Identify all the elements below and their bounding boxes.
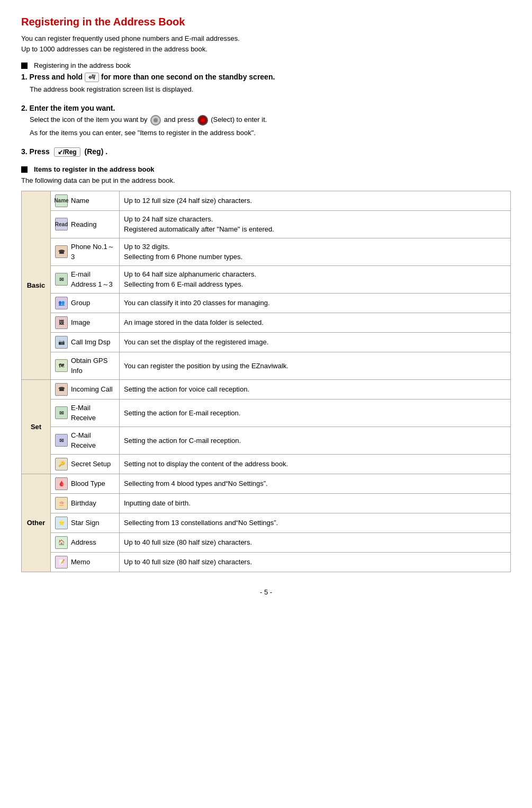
table-row: ☎Phone No.1～3Up to 32 digits.Sellecting … bbox=[22, 238, 511, 265]
item-desc: Up to 40 full size (80 half size) charac… bbox=[120, 532, 511, 552]
group-icon: 👥 bbox=[55, 297, 68, 309]
category-set: Set bbox=[22, 379, 51, 474]
callimg-icon: 📷 bbox=[55, 336, 68, 349]
item-name: Blood Type bbox=[71, 478, 105, 489]
table-row: 🔑Secret SetupSetting not to display the … bbox=[22, 454, 511, 474]
image-icon: 🖼 bbox=[55, 316, 68, 329]
section1-header: Registering in the address book bbox=[21, 61, 511, 69]
item-name: Incoming Call bbox=[71, 384, 113, 395]
blood-icon: 🩸 bbox=[55, 477, 68, 490]
item-icon-cell: 📷Call Img Dsp bbox=[51, 332, 120, 352]
table-row: 🏠AddressUp to 40 full size (80 half size… bbox=[22, 532, 511, 552]
item-name: Call Img Dsp bbox=[71, 337, 110, 348]
section1-bullet bbox=[21, 63, 28, 69]
item-icon-cell: ReadReading bbox=[51, 210, 120, 238]
item-desc: Sellecting from 4 blood types and“No Set… bbox=[120, 474, 511, 493]
nav-icon bbox=[150, 115, 161, 126]
intro-text: You can register frequently used phone n… bbox=[21, 33, 511, 54]
page-title: Registering in the Address Book bbox=[21, 16, 511, 28]
step-2: 2. Enter the item you want. Select the i… bbox=[21, 104, 511, 139]
select-icon bbox=[197, 115, 208, 126]
item-name: Memo bbox=[71, 557, 90, 567]
item-desc: You can classify it into 20 classes for … bbox=[120, 293, 511, 313]
address-book-table: BasicNameNameUp to 12 full size (24 half… bbox=[21, 191, 511, 572]
gps-icon: 🗺 bbox=[55, 359, 68, 372]
step-3: 3. Press ↙/Reg (Reg) . bbox=[21, 147, 511, 157]
section2-bullet bbox=[21, 166, 28, 173]
item-icon-cell: 🔑Secret Setup bbox=[51, 454, 120, 474]
table-row: Other🩸Blood TypeSellecting from 4 blood … bbox=[22, 474, 511, 493]
item-icon-cell: 🖼Image bbox=[51, 313, 120, 332]
item-icon-cell: ✉C-Mail Receive bbox=[51, 427, 120, 454]
item-name: E-mail Address 1～3 bbox=[71, 269, 115, 290]
item-icon-cell: ☎Incoming Call bbox=[51, 379, 120, 399]
table-row: 📝MemoUp to 40 full size (80 half size) c… bbox=[22, 552, 511, 572]
item-desc: You can set the display of the registere… bbox=[120, 332, 511, 352]
page-number: - 5 - bbox=[21, 588, 511, 596]
item-name: Secret Setup bbox=[71, 459, 111, 469]
incomingcall-icon: ☎ bbox=[55, 383, 68, 396]
birthday-icon: 🎂 bbox=[55, 497, 68, 510]
item-name: Phone No.1～3 bbox=[71, 242, 115, 262]
step-1: 1. Press and hold ⏎/ for more than one s… bbox=[21, 73, 511, 95]
item-desc: Setting the action for voice call recept… bbox=[120, 379, 511, 399]
item-desc: Setting the action for C-mail reception. bbox=[120, 427, 511, 454]
item-name: Group bbox=[71, 298, 90, 308]
item-icon-cell: 🏠Address bbox=[51, 532, 120, 552]
table-row: BasicNameNameUp to 12 full size (24 half… bbox=[22, 191, 511, 210]
item-name: Obtain GPS Info bbox=[71, 356, 115, 376]
item-icon-cell: NameName bbox=[51, 191, 120, 210]
name-icon: Name bbox=[55, 194, 68, 207]
item-desc: Inputting date of birth. bbox=[120, 493, 511, 513]
starsign-icon: ⭐ bbox=[55, 517, 68, 529]
item-desc: Up to 24 half size characters.Registered… bbox=[120, 210, 511, 238]
item-icon-cell: ⭐Star Sign bbox=[51, 513, 120, 532]
item-icon-cell: 🩸Blood Type bbox=[51, 474, 120, 493]
item-name: E-Mail Receive bbox=[71, 403, 115, 423]
item-icon-cell: 📝Memo bbox=[51, 552, 120, 572]
item-name: C-Mail Receive bbox=[71, 430, 115, 451]
table-row: ✉C-Mail ReceiveSetting the action for C-… bbox=[22, 427, 511, 454]
item-desc: An image stored in the data folder is se… bbox=[120, 313, 511, 332]
table-row: 🎂BirthdayInputting date of birth. bbox=[22, 493, 511, 513]
table-row: ReadReadingUp to 24 half size characters… bbox=[22, 210, 511, 238]
table-row: ⭐Star SignSellecting from 13 constellati… bbox=[22, 513, 511, 532]
item-name: Star Sign bbox=[71, 518, 99, 528]
item-name: Address bbox=[71, 537, 96, 548]
table-row: 👥GroupYou can classify it into 20 classe… bbox=[22, 293, 511, 313]
table-row: Set☎Incoming CallSetting the action for … bbox=[22, 379, 511, 399]
table-row: ✉E-Mail ReceiveSetting the action for E-… bbox=[22, 399, 511, 427]
item-name: Name bbox=[71, 196, 89, 206]
item-name: Image bbox=[71, 317, 90, 328]
reg-key-icon: ⏎/ bbox=[85, 73, 99, 82]
item-desc: You can register the position by using t… bbox=[120, 352, 511, 379]
item-desc: Setting the action for E-mail reception. bbox=[120, 399, 511, 427]
phone-icon: ☎ bbox=[55, 245, 68, 258]
item-name: Reading bbox=[71, 219, 96, 230]
category-basic: Basic bbox=[22, 191, 51, 379]
item-name: Birthday bbox=[71, 498, 96, 509]
item-desc: Up to 40 full size (80 half size) charac… bbox=[120, 552, 511, 572]
item-icon-cell: ☎Phone No.1～3 bbox=[51, 238, 120, 265]
category-other: Other bbox=[22, 474, 51, 572]
table-row: 📷Call Img DspYou can set the display of … bbox=[22, 332, 511, 352]
emailrcv-icon: ✉ bbox=[55, 406, 68, 419]
reg-key-icon-2: ↙/Reg bbox=[54, 147, 80, 157]
item-desc: Sellecting from 13 constellations and“No… bbox=[120, 513, 511, 532]
item-desc: Up to 32 digits.Sellecting from 6 Phone … bbox=[120, 238, 511, 265]
email-icon: ✉ bbox=[55, 273, 68, 286]
table-row: 🗺Obtain GPS InfoYou can register the pos… bbox=[22, 352, 511, 379]
table-row: 🖼ImageAn image stored in the data folder… bbox=[22, 313, 511, 332]
item-icon-cell: 👥Group bbox=[51, 293, 120, 313]
item-desc: Up to 64 half size alphanumeric characte… bbox=[120, 265, 511, 293]
secret-icon: 🔑 bbox=[55, 458, 68, 470]
item-icon-cell: 🎂Birthday bbox=[51, 493, 120, 513]
table-row: ✉E-mail Address 1～3Up to 64 half size al… bbox=[22, 265, 511, 293]
address-icon: 🏠 bbox=[55, 536, 68, 549]
item-icon-cell: ✉E-mail Address 1～3 bbox=[51, 265, 120, 293]
read-icon: Read bbox=[55, 218, 68, 230]
section2-header: Items to register in the address book Th… bbox=[21, 165, 511, 184]
cmailrcv-icon: ✉ bbox=[55, 434, 68, 447]
memo-icon: 📝 bbox=[55, 556, 68, 569]
item-icon-cell: ✉E-Mail Receive bbox=[51, 399, 120, 427]
